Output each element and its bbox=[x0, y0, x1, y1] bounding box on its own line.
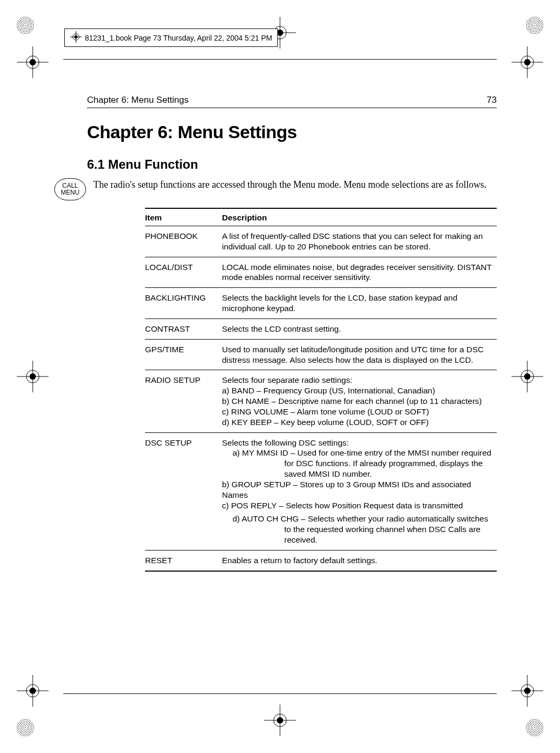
svg-point-19 bbox=[30, 373, 36, 380]
item-cell: RADIO SETUP bbox=[145, 370, 222, 432]
svg-point-23 bbox=[524, 373, 530, 380]
desc-line: c) RING VOLUME – Alarm tone volume (LOUD… bbox=[222, 407, 429, 416]
print-mark-corner bbox=[525, 718, 544, 737]
desc-line: Selects four separate radio settings: bbox=[222, 375, 352, 384]
registration-mark-icon bbox=[17, 46, 49, 78]
page-info-frame: 81231_1.book Page 73 Thursday, April 22,… bbox=[64, 28, 278, 47]
table-row: GPS/TIME Used to manually set latitude/l… bbox=[145, 339, 497, 370]
registration-mark-icon bbox=[264, 704, 296, 736]
desc-line: d) KEY BEEP – Key beep volume (LOUD, SOF… bbox=[222, 418, 429, 427]
table-row: CONTRAST Selects the LCD contrast settin… bbox=[145, 318, 497, 339]
running-head-left: Chapter 6: Menu Settings bbox=[87, 95, 189, 105]
print-mark-corner bbox=[525, 16, 544, 35]
print-mark-corner bbox=[16, 718, 35, 737]
call-menu-button-icon: CALL MENU bbox=[54, 178, 86, 200]
registration-mark-icon bbox=[17, 361, 49, 392]
svg-point-35 bbox=[74, 35, 78, 38]
svg-point-3 bbox=[30, 59, 36, 65]
table-row: DSC SETUP Selects the following DSC sett… bbox=[145, 432, 497, 550]
item-cell: LOCAL/DIST bbox=[145, 257, 222, 288]
table-row: LOCAL/DIST LOCAL mode eliminates noise, … bbox=[145, 257, 497, 288]
intro-paragraph: The radio's setup functions are accessed… bbox=[93, 178, 487, 191]
svg-point-31 bbox=[277, 717, 283, 723]
item-cell: DSC SETUP bbox=[145, 432, 222, 550]
call-menu-line2: MENU bbox=[61, 189, 79, 196]
print-mark-corner bbox=[16, 16, 35, 35]
item-cell: CONTRAST bbox=[145, 318, 222, 339]
chapter-title: Chapter 6: Menu Settings bbox=[87, 122, 497, 142]
registration-mark-icon bbox=[511, 675, 543, 707]
desc-line: b) CH NAME – Descriptive name for each c… bbox=[222, 397, 482, 406]
table-row: BACKLIGHTING Selects the backlight level… bbox=[145, 288, 497, 319]
table-row: RESET Enables a return to factory defaul… bbox=[145, 550, 497, 571]
table-row: PHONEBOOK A list of frequently-called DS… bbox=[145, 226, 497, 257]
desc-line: a) BAND – Frequency Group (US, Internati… bbox=[222, 386, 435, 395]
crop-line-bottom bbox=[63, 693, 497, 694]
page-info-text: 81231_1.book Page 73 Thursday, April 22,… bbox=[85, 34, 272, 42]
desc-line: b) GROUP SETUP – Stores up to 3 Group MM… bbox=[222, 480, 471, 499]
item-cell: GPS/TIME bbox=[145, 339, 222, 370]
registration-mark-icon bbox=[511, 361, 543, 392]
desc-cell: Enables a return to factory default sett… bbox=[222, 550, 497, 571]
svg-point-7 bbox=[524, 59, 530, 65]
crop-line-top bbox=[63, 59, 497, 60]
item-cell: RESET bbox=[145, 550, 222, 571]
desc-line: c) POS REPLY – Selects how Position Requ… bbox=[222, 501, 463, 510]
registration-mark-icon bbox=[70, 31, 82, 44]
desc-cell: LOCAL mode eliminates noise, but degrade… bbox=[222, 257, 497, 288]
desc-line: Selects the following DSC settings: bbox=[222, 438, 349, 447]
table-header-desc: Description bbox=[222, 208, 497, 226]
page-number: 73 bbox=[487, 95, 497, 105]
svg-point-11 bbox=[30, 688, 36, 694]
registration-mark-icon bbox=[511, 46, 543, 78]
desc-cell: Selects four separate radio settings: a)… bbox=[222, 370, 497, 432]
menu-settings-table: Item Description PHONEBOOK A list of fre… bbox=[145, 208, 497, 572]
running-head: Chapter 6: Menu Settings 73 bbox=[87, 95, 497, 108]
desc-cell: Selects the backlight levels for the LCD… bbox=[222, 288, 497, 319]
desc-line: d) AUTO CH CHG – Selects whether your ra… bbox=[222, 514, 493, 545]
desc-cell: Used to manually set latitude/longitude … bbox=[222, 339, 497, 370]
svg-point-15 bbox=[524, 688, 530, 694]
item-cell: PHONEBOOK bbox=[145, 226, 222, 257]
desc-line: a) MY MMSI ID – Used for one-time entry … bbox=[222, 448, 493, 479]
desc-cell: Selects the following DSC settings: a) M… bbox=[222, 432, 497, 550]
table-row: RADIO SETUP Selects four separate radio … bbox=[145, 370, 497, 432]
desc-cell: Selects the LCD contrast setting. bbox=[222, 318, 497, 339]
desc-cell: A list of frequently-called DSC stations… bbox=[222, 226, 497, 257]
section-title: 6.1 Menu Function bbox=[87, 157, 497, 172]
registration-mark-icon bbox=[17, 675, 49, 707]
item-cell: BACKLIGHTING bbox=[145, 288, 222, 319]
table-header-item: Item bbox=[145, 208, 222, 226]
